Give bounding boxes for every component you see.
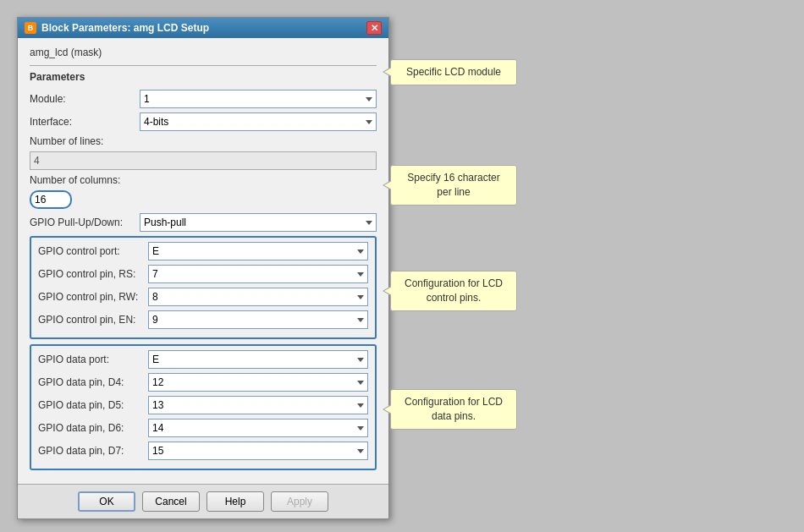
tooltip-module: Specific LCD module xyxy=(390,59,517,85)
ok-button[interactable]: OK xyxy=(78,491,135,512)
gpio-control-en-label: GPIO control pin, EN: xyxy=(38,314,148,326)
gpio-control-rw-select[interactable]: 8 xyxy=(148,288,368,306)
window-title: Block Parameters: amg LCD Setup xyxy=(41,22,209,34)
num-lines-input[interactable] xyxy=(30,151,377,170)
gpio-data-group: GPIO data port: E GPIO data pin, D4: 12 … xyxy=(30,344,377,470)
gpio-control-en-row: GPIO control pin, EN: 9 xyxy=(38,310,368,329)
gpio-data-d6-select[interactable]: 14 xyxy=(148,419,368,437)
gpio-control-rw-row: GPIO control pin, RW: 8 xyxy=(38,288,368,306)
gpio-control-port-select[interactable]: E xyxy=(148,242,368,261)
title-bar: B Block Parameters: amg LCD Setup ✕ xyxy=(18,18,388,38)
tooltip-columns: Specify 16 character per line xyxy=(390,165,517,206)
tooltip-control-pins-text: Configuration for LCD control pins. xyxy=(390,271,517,311)
gpio-data-d7-row: GPIO data pin, D7: 15 xyxy=(38,442,368,460)
tooltip-control-pins: Configuration for LCD control pins. xyxy=(390,271,517,311)
tooltip-module-text: Specific LCD module xyxy=(390,59,517,85)
gpio-data-d6-row: GPIO data pin, D6: 14 xyxy=(38,419,368,437)
title-bar-left: B Block Parameters: amg LCD Setup xyxy=(25,22,209,34)
divider-1 xyxy=(30,65,377,66)
gpio-control-rs-select[interactable]: 7 xyxy=(148,265,368,283)
bottom-bar: OK Cancel Help Apply xyxy=(18,484,388,518)
gpio-control-port-label: GPIO control port: xyxy=(38,245,148,257)
mask-label: amg_lcd (mask) xyxy=(30,47,377,58)
gpio-pulldown-select[interactable]: Push-pull xyxy=(140,213,377,232)
gpio-control-rw-label: GPIO control pin, RW: xyxy=(38,291,148,303)
gpio-pulldown-label: GPIO Pull-Up/Down: xyxy=(30,217,140,228)
outer-wrapper: B Block Parameters: amg LCD Setup ✕ amg_… xyxy=(17,17,389,519)
module-select[interactable]: 1 xyxy=(140,90,377,108)
gpio-data-d5-label: GPIO data pin, D5: xyxy=(38,399,148,411)
tooltip-data-pins-text: Configuration for LCD data pins. xyxy=(390,389,517,430)
gpio-data-d7-label: GPIO data pin, D7: xyxy=(38,445,148,457)
gpio-data-port-select[interactable]: E xyxy=(148,350,368,369)
num-columns-row: Number of columns: xyxy=(30,174,377,186)
cancel-button[interactable]: Cancel xyxy=(142,491,200,512)
help-button[interactable]: Help xyxy=(207,491,264,512)
gpio-data-d6-label: GPIO data pin, D6: xyxy=(38,422,148,434)
gpio-data-d4-label: GPIO data pin, D4: xyxy=(38,376,148,388)
gpio-data-d4-select[interactable]: 12 xyxy=(148,373,368,392)
params-section-title: Parameters xyxy=(30,71,377,83)
tooltip-columns-text: Specify 16 character per line xyxy=(390,165,517,206)
gpio-control-port-row: GPIO control port: E xyxy=(38,242,368,261)
gpio-data-port-row: GPIO data port: E xyxy=(38,350,368,369)
gpio-control-en-select[interactable]: 9 xyxy=(148,310,368,329)
interface-row: Interface: 4-bits xyxy=(30,112,377,131)
module-row: Module: 1 xyxy=(30,90,377,108)
gpio-control-rs-label: GPIO control pin, RS: xyxy=(38,268,148,280)
num-columns-label: Number of columns: xyxy=(30,174,140,186)
gpio-data-d5-select[interactable]: 13 xyxy=(148,396,368,414)
module-label: Module: xyxy=(30,93,140,105)
dialog-window: B Block Parameters: amg LCD Setup ✕ amg_… xyxy=(17,17,389,519)
window-content: amg_lcd (mask) Parameters Module: 1 Inte… xyxy=(18,38,388,484)
num-lines-row: Number of lines: xyxy=(30,135,377,147)
gpio-control-group: GPIO control port: E GPIO control pin, R… xyxy=(30,236,377,339)
num-lines-label: Number of lines: xyxy=(30,135,140,147)
num-lines-value-row xyxy=(30,151,377,170)
close-button[interactable]: ✕ xyxy=(366,21,382,35)
window-icon: B xyxy=(25,22,36,34)
interface-select[interactable]: 4-bits xyxy=(140,112,377,131)
gpio-pulldown-row: GPIO Pull-Up/Down: Push-pull xyxy=(30,213,377,232)
tooltip-columns-content: Specify 16 character per line xyxy=(407,172,499,198)
gpio-data-d5-row: GPIO data pin, D5: 13 xyxy=(38,396,368,414)
gpio-control-rs-row: GPIO control pin, RS: 7 xyxy=(38,265,368,283)
gpio-data-port-label: GPIO data port: xyxy=(38,354,148,365)
gpio-data-d7-select[interactable]: 15 xyxy=(148,442,368,460)
interface-label: Interface: xyxy=(30,116,140,128)
apply-button[interactable]: Apply xyxy=(271,491,328,512)
num-columns-input[interactable] xyxy=(30,190,72,209)
num-columns-value-row xyxy=(30,190,377,209)
tooltip-data-pins: Configuration for LCD data pins. xyxy=(390,389,517,430)
gpio-data-d4-row: GPIO data pin, D4: 12 xyxy=(38,373,368,392)
